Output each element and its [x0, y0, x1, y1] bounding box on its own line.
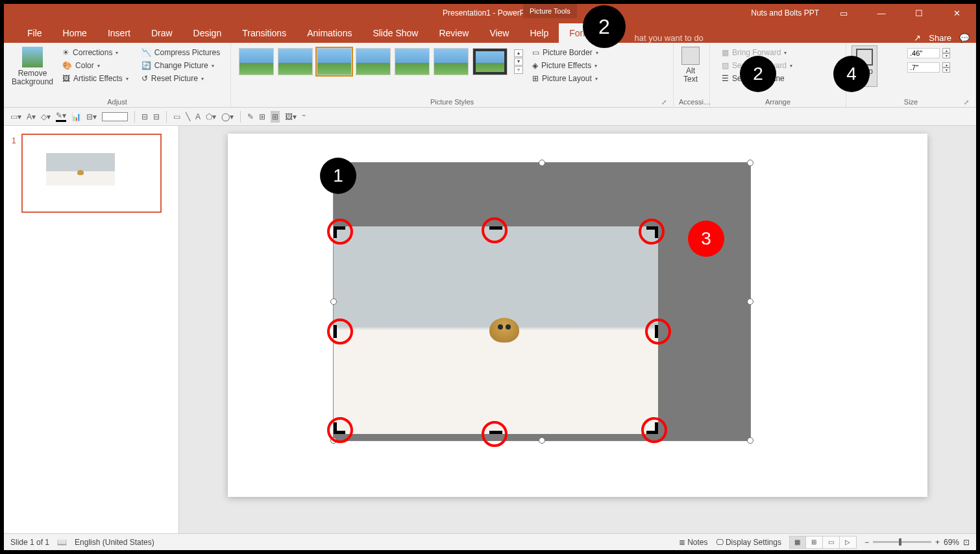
zoom-out-button[interactable]: −: [864, 538, 869, 547]
minimize-button[interactable]: —: [868, 8, 894, 18]
style-thumb-5[interactable]: [395, 48, 430, 75]
sel-handle-r[interactable]: [747, 298, 753, 305]
style-thumb-2[interactable]: [278, 48, 313, 75]
qat-more[interactable]: ⁼: [302, 112, 306, 121]
style-thumb-6[interactable]: [434, 48, 469, 75]
sorter-view-button[interactable]: ⊞: [806, 536, 823, 549]
gallery-more[interactable]: ▴▾▿: [514, 49, 523, 74]
close-button[interactable]: ✕: [944, 8, 970, 18]
slideshow-view-button[interactable]: ▷: [840, 536, 857, 549]
width-input[interactable]: ▴▾: [907, 62, 950, 73]
height-down[interactable]: ▾: [942, 53, 950, 58]
tab-help[interactable]: Help: [519, 23, 559, 43]
qat-shape-line[interactable]: ╲: [186, 112, 190, 121]
qat-shape-arrow[interactable]: ⬠▾: [206, 112, 216, 121]
picture-effects-button[interactable]: ◈Picture Effects▾: [530, 60, 601, 71]
qat-grid1[interactable]: ⊞: [259, 112, 265, 121]
crop-handle-bl[interactable]: [334, 422, 345, 434]
sel-handle-b[interactable]: [539, 437, 545, 444]
qat-line[interactable]: ✎▾: [56, 111, 66, 122]
share-icon[interactable]: ↗: [914, 33, 921, 43]
change-picture-button[interactable]: 🔄Change Picture▾: [139, 60, 223, 71]
tab-review[interactable]: Review: [428, 23, 479, 43]
corrections-button[interactable]: ☀Corrections▾: [60, 47, 131, 58]
qat-fill[interactable]: ◇▾: [41, 112, 51, 121]
crop-handle-b[interactable]: [489, 431, 502, 434]
zoom-slider[interactable]: [873, 541, 931, 543]
reading-view-button[interactable]: ▭: [823, 536, 840, 549]
share-button[interactable]: Share: [929, 33, 951, 43]
slide-thumbnail-1[interactable]: [21, 134, 162, 213]
sel-handle-t[interactable]: [539, 160, 545, 166]
tab-animations[interactable]: Animations: [297, 23, 362, 43]
tab-slideshow[interactable]: Slide Show: [362, 23, 428, 43]
style-thumb-4[interactable]: [356, 48, 391, 75]
height-input[interactable]: ▴▾: [907, 48, 950, 58]
display-settings-button[interactable]: 🖵 Display Settings: [716, 538, 781, 547]
sel-handle-l[interactable]: [330, 298, 337, 305]
qat-shape-rect[interactable]: ▭: [173, 112, 180, 121]
width-down[interactable]: ▾: [942, 67, 950, 73]
picture-layout-button[interactable]: ⊞Picture Layout▾: [530, 73, 601, 84]
maximize-button[interactable]: ☐: [906, 8, 932, 18]
style-thumb-7[interactable]: [472, 48, 508, 75]
crop-handle-l[interactable]: [334, 325, 337, 338]
remove-background-button[interactable]: Remove Background: [9, 45, 56, 88]
normal-view-button[interactable]: ▦: [789, 536, 806, 549]
crop-handle-t[interactable]: [489, 226, 502, 230]
picture-tools-tab[interactable]: Picture Tools: [523, 4, 577, 18]
qat-picture[interactable]: 🖼▾: [285, 112, 297, 121]
picture-styles-gallery[interactable]: ▴▾▿: [236, 45, 526, 78]
crop-handle-r[interactable]: [655, 325, 658, 338]
sel-handle-bl[interactable]: [330, 437, 337, 444]
artistic-effects-button[interactable]: 🖼Artistic Effects▾: [60, 73, 131, 84]
notes-button[interactable]: ≣ Notes: [679, 538, 708, 547]
fit-to-window-button[interactable]: ⊡: [963, 538, 970, 547]
crop-handle-br[interactable]: [646, 422, 658, 434]
picture-border-button[interactable]: ▭Picture Border▾: [530, 47, 601, 58]
qat-dropdown-icon[interactable]: ▭▾: [10, 112, 21, 121]
language-indicator[interactable]: English (United States): [75, 538, 154, 547]
crop-handle-tl[interactable]: [334, 226, 345, 238]
comments-icon[interactable]: 💬: [959, 33, 970, 43]
sel-handle-br[interactable]: [747, 437, 753, 444]
tab-draw[interactable]: Draw: [141, 23, 183, 43]
tab-home[interactable]: Home: [53, 23, 97, 43]
zoom-in-button[interactable]: +: [935, 538, 940, 547]
qat-chart[interactable]: 📊: [71, 112, 81, 121]
color-button[interactable]: 🎨Color▾: [60, 60, 131, 71]
qat-shape-text[interactable]: A: [195, 112, 201, 121]
ribbon-display-icon[interactable]: ▭: [831, 8, 857, 18]
qat-align[interactable]: ⊟▾: [86, 112, 97, 121]
styles-launcher[interactable]: ⤢: [661, 99, 667, 106]
qat-edit[interactable]: ✎: [247, 112, 254, 121]
tell-me-search[interactable]: hat you want to do: [635, 33, 704, 43]
width-up[interactable]: ▴: [942, 62, 950, 67]
qat-shape-callout[interactable]: ◯▾: [221, 112, 234, 121]
qat-grid2[interactable]: ⊞: [271, 111, 280, 123]
slide-counter[interactable]: Slide 1 of 1: [10, 538, 49, 547]
height-up[interactable]: ▴: [942, 48, 950, 53]
zoom-percent[interactable]: 69%: [944, 538, 959, 547]
alt-text-button[interactable]: Alt Text: [679, 45, 702, 85]
spellcheck-icon[interactable]: 📖: [57, 538, 67, 547]
qat-group1[interactable]: ⊟: [141, 112, 148, 121]
crop-region[interactable]: [334, 226, 658, 434]
crop-handle-tr[interactable]: [646, 226, 658, 238]
tab-file[interactable]: File: [17, 23, 53, 43]
compress-pictures-button[interactable]: 📉Compress Pictures: [139, 47, 223, 58]
style-thumb-3[interactable]: [317, 48, 352, 75]
tab-design[interactable]: Design: [183, 23, 232, 43]
selected-picture[interactable]: [333, 162, 751, 441]
reset-picture-button[interactable]: ↺Reset Picture▾: [139, 73, 223, 84]
style-thumb-1[interactable]: [239, 48, 274, 75]
tab-view[interactable]: View: [479, 23, 519, 43]
qat-color-swatch[interactable]: [102, 112, 128, 121]
qat-group2[interactable]: ⊟: [153, 112, 160, 121]
size-launcher[interactable]: ⤢: [964, 99, 969, 106]
tab-transitions[interactable]: Transitions: [232, 23, 297, 43]
qat-font-color[interactable]: A▾: [27, 112, 36, 121]
sel-handle-tr[interactable]: [747, 160, 753, 166]
artistic-icon: 🖼: [62, 74, 70, 83]
tab-insert[interactable]: Insert: [97, 23, 141, 43]
